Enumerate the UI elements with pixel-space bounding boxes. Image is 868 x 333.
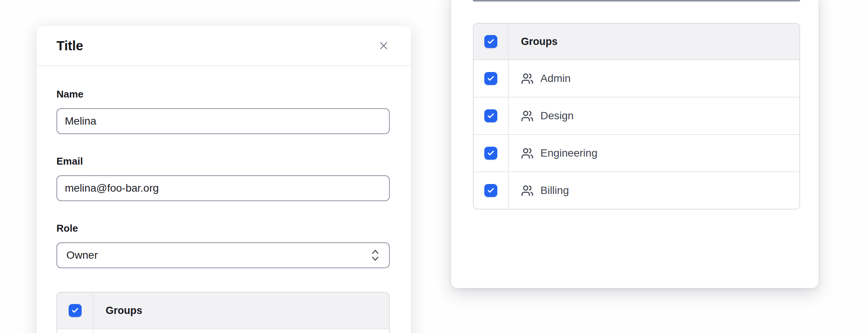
name-input[interactable] [56, 108, 390, 134]
table-row-admin[interactable]: Admin [474, 59, 799, 97]
groups-table: Groups Admi [473, 23, 800, 210]
table-row-engineering[interactable]: Engineering [474, 134, 799, 171]
checkmark-icon [487, 149, 495, 157]
checkmark-icon [71, 307, 79, 314]
cropped-select-bottom-edge [473, 0, 800, 2]
groups-panel: Groups Admi [451, 0, 818, 288]
select-all-checkbox[interactable] [484, 35, 497, 48]
up-down-chevrons-icon [371, 249, 380, 262]
modal-header: Title [37, 26, 411, 66]
group-row-label: Admin [540, 72, 571, 85]
table-row[interactable] [57, 328, 389, 333]
row-checkbox[interactable] [484, 72, 497, 85]
email-label: Email [56, 155, 390, 167]
select-all-checkbox[interactable] [69, 304, 82, 317]
canvas: Title Name Email Role Owner [0, 0, 868, 333]
users-icon [521, 147, 534, 160]
email-input[interactable] [56, 175, 390, 201]
checkmark-icon [487, 187, 495, 194]
name-field-group: Name [56, 88, 390, 134]
row-checkbox[interactable] [484, 184, 497, 197]
groups-column-header: Groups [93, 293, 389, 328]
checkmark-icon [487, 38, 495, 45]
header-checkbox-cell [474, 24, 509, 59]
row-checkbox[interactable] [484, 109, 497, 122]
table-row-design[interactable]: Design [474, 97, 799, 134]
close-button[interactable] [375, 37, 392, 54]
role-label: Role [56, 223, 390, 234]
checkmark-icon [487, 112, 495, 120]
users-icon [521, 184, 534, 197]
users-icon [521, 72, 534, 85]
role-select[interactable]: Owner [56, 242, 390, 268]
checkmark-icon [487, 75, 495, 82]
groups-table-header-row: Groups [474, 24, 799, 59]
role-select-value: Owner [66, 249, 98, 261]
close-icon [378, 40, 389, 51]
table-row-billing[interactable]: Billing [474, 171, 799, 209]
group-row-label: Engineering [540, 147, 597, 159]
role-field-group: Role Owner [56, 223, 390, 268]
email-field-group: Email [56, 155, 390, 201]
name-label: Name [56, 88, 390, 100]
groups-table-header-row: Groups [57, 293, 389, 328]
group-row-label: Billing [540, 184, 569, 197]
groups-table-preview: Groups [56, 292, 390, 333]
row-checkbox[interactable] [484, 147, 497, 160]
users-icon [521, 110, 534, 122]
header-checkbox-cell [57, 293, 93, 328]
groups-column-header: Groups [509, 24, 799, 59]
modal-title: Title [56, 38, 83, 53]
modal-body: Name Email Role Owner [37, 66, 411, 333]
group-row-label: Design [540, 110, 574, 122]
edit-user-modal: Title Name Email Role Owner [37, 26, 411, 333]
